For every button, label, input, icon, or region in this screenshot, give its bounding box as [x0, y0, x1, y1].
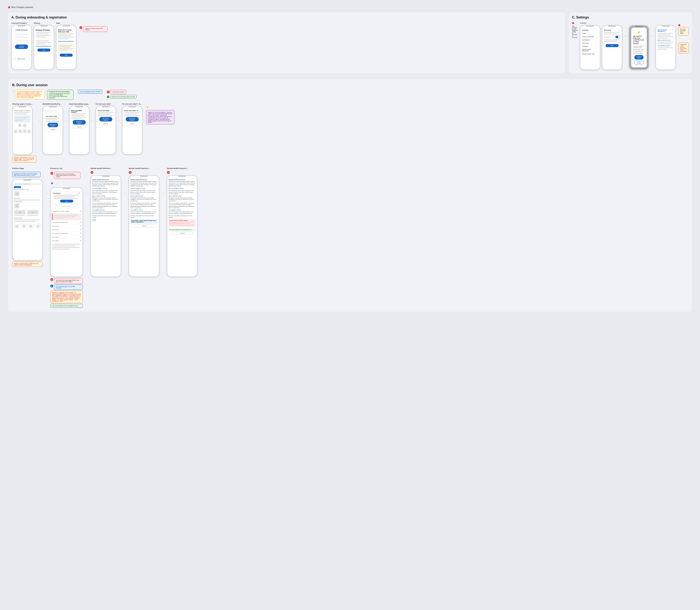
play-icon[interactable]	[18, 124, 22, 127]
disclaimer-open-btn[interactable]: Open	[60, 200, 73, 203]
confirm-password-input[interactable]	[15, 41, 29, 43]
b-bottom-row: Explore Page Question for Charlie, does …	[12, 167, 688, 308]
section-c: C. Settings Not initiated by App - trigg…	[569, 12, 692, 73]
mh3-child-title: I need help for a child in danger	[169, 220, 195, 221]
data-line-4	[58, 38, 68, 39]
resource-divider	[52, 208, 81, 208]
settings-phone-4: Mental Health Resources 988 or 1-800-273…	[655, 25, 676, 70]
star-icon-b: ★	[12, 90, 14, 93]
footer-icon-3[interactable]	[23, 130, 26, 133]
exp-footer-1[interactable]	[15, 225, 18, 228]
data-line-1	[58, 33, 74, 34]
sharing-inner-box	[14, 115, 31, 123]
b-arrow-5: →	[45, 192, 48, 195]
privacy-line-4	[36, 36, 46, 37]
not-sure-content: I'm not sure why? Browse & Support Cance…	[96, 108, 116, 128]
b-arrow-3: →	[91, 119, 94, 123]
explore-tab[interactable]: Explore	[14, 186, 21, 188]
settings-phone-4-label	[655, 22, 676, 24]
modal-cancel-btn[interactable]: Cancel	[48, 128, 58, 131]
data-next-btn[interactable]: Next	[60, 54, 73, 57]
nisb-cancel-btn[interactable]: Cancel	[126, 122, 139, 125]
arrow-icon: →	[624, 34, 627, 38]
footer-icon-1[interactable]	[14, 130, 17, 133]
settings-phone-3-label	[629, 22, 649, 24]
not-sure-label: I'm not sure why?	[96, 103, 116, 105]
crisis-learn-btn[interactable]: Learn More	[634, 60, 644, 65]
block-save-btn[interactable]: Save	[606, 44, 619, 47]
privacy-promise-title: Privacy Promise	[36, 29, 52, 31]
change-annotation: Change 'I would like to use Lelu tools t…	[12, 156, 36, 162]
privacy-policy-link[interactable]: Read our privacy policy here	[36, 45, 52, 47]
review-line-2	[14, 221, 35, 222]
settings-mh: Mental Health Resources ›	[582, 48, 598, 52]
mh3-more-resources: We have many other resources if you need…	[168, 215, 196, 218]
password-input[interactable]	[15, 38, 29, 40]
modal-resources-btn[interactable]: Browse & Support	[48, 123, 58, 127]
ns-cancel-btn[interactable]: Cancel	[73, 125, 86, 128]
explore-content: I would like to - Explore reli... Explor…	[13, 181, 42, 224]
mh1-circle: ●	[91, 171, 94, 174]
source-line	[14, 199, 39, 200]
data-policy-link[interactable]: Read our privacy policy here	[58, 41, 74, 42]
blocking-toggle[interactable]	[615, 36, 620, 38]
opens-overlay: Opens overlay	[52, 206, 81, 207]
data-title: What we're doing with your data	[58, 29, 74, 33]
s4-line-4	[657, 38, 667, 39]
mh1-cancel-link[interactable]: Cancel	[92, 219, 119, 220]
review-line	[14, 219, 39, 220]
exp-footer-2[interactable]	[22, 225, 26, 228]
expand-2[interactable]: +	[80, 221, 81, 223]
nis-resources-btn[interactable]: Browse & Support	[99, 117, 112, 122]
mh3-child-line-3	[169, 225, 194, 226]
need-support-phone: Need immediate support? Browse & Support…	[69, 106, 89, 155]
expand-6[interactable]: +	[80, 236, 81, 238]
account-creation-content: Create Account Create Account ⌨ Keyboard	[12, 28, 31, 62]
need-support-title: Need immediate support?	[71, 110, 87, 113]
create-account-btn[interactable]: Create Account	[15, 45, 28, 49]
settings-notch	[586, 26, 594, 27]
resource-item-6: Lorem ipsum +	[52, 235, 81, 239]
top-sections: A. During onboarding & registration Acco…	[8, 12, 692, 73]
book-img-2: ▣	[27, 210, 38, 214]
block-line-4	[604, 41, 617, 42]
expand-5[interactable]: +	[80, 232, 81, 235]
badge-container: New Changes proposed	[8, 6, 692, 8]
footer-icon-2[interactable]	[19, 130, 21, 133]
resource-item-5: I need help for someone else +	[52, 231, 81, 235]
pause-icon[interactable]	[23, 124, 27, 127]
need-support-content: Need immediate support? Browse & Support…	[69, 108, 89, 131]
nis-cancel-btn[interactable]: Cancel	[99, 122, 112, 125]
expand-1[interactable]: +	[80, 210, 81, 212]
resource-item-1-expanded	[52, 213, 81, 220]
exp-footer-4[interactable]	[36, 225, 39, 228]
footer-icon-4[interactable]	[28, 130, 31, 133]
mh2-cancel-btn[interactable]: Cancel	[133, 224, 155, 227]
ns-resources-btn[interactable]: Browse & Support	[73, 120, 86, 125]
blocking-title: Blocking	[604, 29, 620, 31]
exp-footer-3[interactable]	[30, 225, 32, 228]
mh1-text-line: Text HOME to 741741	[92, 209, 119, 211]
email-input[interactable]	[15, 35, 29, 37]
nisb-resources-btn[interactable]: Browse & Support	[126, 117, 139, 122]
expand-4[interactable]: +	[80, 228, 81, 231]
explore-search[interactable]: I would like to - Explore reli...	[14, 183, 41, 185]
disclaimer-close-icon[interactable]: ✕	[78, 192, 80, 194]
explore-label: Explore Page	[12, 167, 24, 170]
disclaimer-box: ✕ Disclaimer Open	[52, 191, 81, 205]
crisis-connect-btn[interactable]: Connect Now	[634, 55, 644, 60]
expand-3[interactable]: +	[80, 225, 81, 227]
privacy-line-1	[36, 32, 51, 33]
expand-7[interactable]: +	[80, 240, 81, 242]
mh3-cancel-btn[interactable]: Cancel	[171, 232, 193, 235]
account-creation-wrapper: Account Creation Create Account Create A…	[11, 22, 32, 70]
red-dot-icon	[8, 6, 10, 8]
name-input[interactable]	[15, 32, 29, 34]
red-dot-c2	[678, 24, 680, 26]
privacy-next-btn[interactable]: Next	[37, 49, 50, 52]
settings-notch-4	[662, 26, 670, 27]
mh3-number1: 988 or 1-800-273-TALK	[168, 195, 196, 197]
sh-line-2	[14, 114, 27, 115]
remove-circle: ●	[107, 91, 110, 93]
settings-phone4-content: Mental Health Resources 988 or 1-800-273…	[656, 28, 675, 52]
